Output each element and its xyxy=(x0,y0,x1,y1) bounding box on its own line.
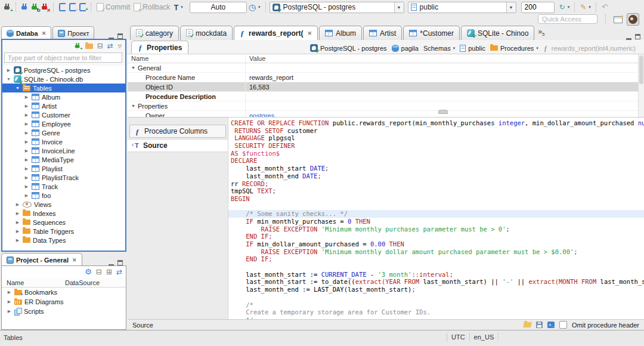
new-folder-icon[interactable] xyxy=(85,44,93,49)
code-line[interactable]: /* Some sanity checks... */ xyxy=(228,210,644,218)
code-line[interactable]: last_month_start := CURRENT_DATE - '3 mo… xyxy=(228,271,644,279)
link-with-editor-icon[interactable]: ⇄ xyxy=(116,268,122,276)
code-line[interactable]: AS $function$ xyxy=(228,150,644,157)
column-name[interactable]: Name xyxy=(2,279,65,286)
expand-arrow-icon[interactable]: ▶ xyxy=(24,193,29,198)
maximize-editor-icon[interactable] xyxy=(635,34,640,39)
property-row-procedure-description[interactable]: Procedure Description xyxy=(128,92,644,101)
maximize-panel-icon[interactable] xyxy=(117,33,123,39)
tree-item-sequences[interactable]: ▶Sequences xyxy=(2,218,125,227)
code-line[interactable]: last_month_end DATE; xyxy=(228,172,644,180)
editor-tab-rewards-report[interactable]: rewards_report(✕ xyxy=(234,26,318,40)
transaction-history-button[interactable]: ◷▾ xyxy=(249,4,261,11)
tree-item-invoice[interactable]: ▶Invoice xyxy=(2,137,125,146)
tab-project-general[interactable]: Project - General ✕ xyxy=(1,253,82,266)
collapse-arrow-icon[interactable]: ▼ xyxy=(6,77,11,81)
tree-item-employee[interactable]: ▶Employee xyxy=(2,119,125,128)
new-connection-icon[interactable]: + xyxy=(75,42,80,49)
combo-arrow-icon[interactable]: ▼ xyxy=(506,2,516,13)
tab-database-navigator[interactable]: Databa ✕ xyxy=(1,26,51,39)
expand-arrow-icon[interactable]: ▶ xyxy=(24,122,29,126)
property-row-procedure-name[interactable]: Procedure Namerewards_report xyxy=(128,73,644,82)
status-timezone[interactable]: UTC xyxy=(451,333,465,341)
breadcrumb-item-public[interactable]: public xyxy=(460,45,485,52)
tree-item-genre[interactable]: ▶Genre xyxy=(2,128,125,137)
collapse-arrow-icon[interactable]: ▼ xyxy=(131,104,136,108)
sync-parameters-button[interactable]: ↻▾ xyxy=(559,4,570,11)
tree-item-postgresql-postgres[interactable]: ▶PostgreSQL - postgres xyxy=(2,66,125,75)
new-sql-editor-button[interactable]: + xyxy=(79,3,86,11)
expand-arrow-icon[interactable]: ▶ xyxy=(7,290,12,295)
maximize-panel-icon[interactable] xyxy=(117,260,123,265)
code-line[interactable]: END IF; xyxy=(228,233,644,240)
code-line[interactable] xyxy=(228,203,644,211)
sql-editor-button[interactable] xyxy=(59,3,66,11)
editor-tab-category[interactable]: category xyxy=(130,26,179,40)
expand-arrow-icon[interactable]: ▶ xyxy=(7,309,12,314)
code-line[interactable]: END IF; xyxy=(228,255,644,263)
expand-arrow-icon[interactable]: ▶ xyxy=(15,202,20,207)
object-filter-input[interactable] xyxy=(4,52,122,63)
code-line[interactable]: SECURITY DEFINER xyxy=(228,142,644,150)
expand-arrow-icon[interactable]: ▶ xyxy=(7,299,12,304)
open-in-sql-console-icon[interactable]: >_ xyxy=(547,322,555,328)
expand-arrow-icon[interactable]: ▶ xyxy=(15,220,20,225)
rollback-button[interactable]: ↩ Rollback xyxy=(134,3,170,11)
project-item-er-diagrams[interactable]: ▶ER Diagrams xyxy=(2,297,126,307)
breadcrumb-item-procedures[interactable]: Procedures▾ xyxy=(490,45,538,52)
expand-arrow-icon[interactable]: ▶ xyxy=(24,113,29,118)
code-line[interactable]: last_month_start := to_date((extract(YEA… xyxy=(228,278,644,286)
code-line[interactable]: RAISE EXCEPTION 'Minimum monthly purchas… xyxy=(228,225,644,233)
tree-item-invoiceline[interactable]: ▶InvoiceLine xyxy=(2,146,125,155)
link-with-editor-icon[interactable]: ⇄ xyxy=(107,42,113,50)
commit-mode-combo[interactable]: Auto xyxy=(190,2,247,13)
expand-arrow-icon[interactable]: ▶ xyxy=(24,175,29,180)
grid-scrollbar[interactable] xyxy=(638,54,644,118)
code-line[interactable]: IF min_dollar_amount_purchased = 0.00 TH… xyxy=(228,240,644,248)
expand-arrow-icon[interactable]: ▶ xyxy=(24,140,29,144)
caret-down-icon[interactable]: ▾ xyxy=(536,46,538,51)
breadcrumb-item-pagila[interactable]: pagila xyxy=(392,45,419,52)
tree-item-data-types[interactable]: ▶Data Types xyxy=(2,236,125,245)
grid-column-name[interactable]: Name xyxy=(128,55,245,62)
active-connection-combo[interactable]: PostgreSQL - postgres ▼ xyxy=(270,2,404,13)
expand-arrow-icon[interactable]: ▶ xyxy=(24,184,29,189)
expand-arrow-icon[interactable]: ▶ xyxy=(6,68,11,73)
code-line[interactable]: DECLARE xyxy=(228,157,644,165)
tree-item-mediatype[interactable]: ▶MediaType xyxy=(2,155,125,164)
expand-arrow-icon[interactable]: ▶ xyxy=(24,95,29,100)
editor-tab-mockdata[interactable]: mockdata xyxy=(180,26,233,40)
code-line[interactable] xyxy=(228,263,644,271)
tree-item-table-triggers[interactable]: ▶Table Triggers xyxy=(2,227,125,236)
expand-all-icon[interactable]: ⊞ xyxy=(106,268,112,276)
commit-button[interactable]: ✓ Commit xyxy=(97,3,130,11)
format-button[interactable]: ✎▾ xyxy=(580,4,591,11)
view-menu-icon[interactable]: ▽ xyxy=(118,44,122,49)
code-line[interactable] xyxy=(228,294,644,301)
dbeaver-perspective-button[interactable] xyxy=(627,13,639,26)
open-perspective-button[interactable] xyxy=(612,14,624,25)
tab-projects[interactable]: Проект xyxy=(52,26,94,39)
code-line[interactable]: RETURNS SETOF customer xyxy=(228,127,644,135)
quick-access-input[interactable] xyxy=(538,14,597,24)
code-line[interactable]: CREATE OR REPLACE FUNCTION public.reward… xyxy=(228,119,644,127)
expand-arrow-icon[interactable]: ▶ xyxy=(24,104,29,109)
breadcrumb-item-rewards-report-int4-numeric[interactable]: rewards_report(int4,numeric) xyxy=(543,44,636,52)
minimize-editor-icon[interactable] xyxy=(626,33,631,40)
gear-icon[interactable]: ⚙ xyxy=(85,268,92,276)
caret-down-icon[interactable]: ▾ xyxy=(453,46,456,51)
code-line[interactable]: rr RECORD; xyxy=(228,180,644,188)
expand-arrow-icon[interactable]: ▶ xyxy=(24,166,29,171)
code-line[interactable]: /* xyxy=(228,301,644,309)
expand-arrow-icon[interactable]: ▶ xyxy=(15,238,20,243)
sash-grip[interactable] xyxy=(438,110,448,114)
code-line[interactable]: last_month_end := LAST_DAY(last_month_st… xyxy=(228,286,644,294)
project-item-bookmarks[interactable]: ▶Bookmarks xyxy=(2,288,126,297)
tree-item-views[interactable]: ▶Views xyxy=(2,200,125,209)
tab-procedure-columns[interactable]: Procedure Columns xyxy=(129,125,226,138)
save-to-file-icon[interactable] xyxy=(536,322,543,328)
breadcrumb-item-postgresql-postgres[interactable]: PostgreSQL - postgres xyxy=(310,44,386,52)
column-datasource[interactable]: DataSource xyxy=(65,279,100,286)
code-line[interactable]: tmpSQL TEXT; xyxy=(228,187,644,195)
tree-item-playlisttrack[interactable]: ▶PlaylistTrack xyxy=(2,173,125,182)
